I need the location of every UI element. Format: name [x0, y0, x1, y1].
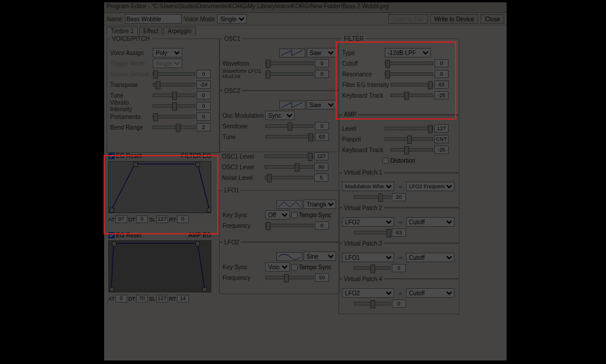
- filter-cutoff-slider[interactable]: [385, 62, 433, 65]
- vp4-amount-slider[interactable]: [354, 302, 391, 305]
- sine-wave-icon: [276, 252, 302, 261]
- amp-level-slider[interactable]: [385, 127, 433, 130]
- filter-group: FILTER Type-12dB LPF Cutoff0 Resonance0 …: [339, 38, 459, 115]
- write-to-device-button[interactable]: Write to Device: [430, 14, 479, 24]
- tab-timbre1[interactable]: Timbre 1: [107, 27, 138, 35]
- program-editor-window: Program Editor - *C:\Users\Studio\Docume…: [104, 2, 507, 360]
- arrow-icon: ⇒: [395, 290, 405, 297]
- vpatch4-group: Virtual Patch 4 LFO2⇒Cutoff 0: [339, 279, 459, 314]
- filter-eg-reset-checkbox[interactable]: [108, 153, 115, 159]
- vp3-dest-select[interactable]: Cutoff: [406, 253, 454, 262]
- osc1-wave-select[interactable]: Saw: [307, 48, 336, 57]
- vp3-amount-slider[interactable]: [354, 266, 391, 270]
- osc2-group: OSC2 Saw Osc ModulationSync Semitone0 Tu…: [219, 91, 340, 152]
- amp-eg-rt[interactable]: 14: [177, 295, 189, 302]
- voice-pitch-group: VOICE/PITCH Voice AssignPoly Trigger Mod…: [107, 38, 220, 153]
- lfo1-wave-select[interactable]: Triangle: [304, 199, 336, 209]
- osc2-tune-slider[interactable]: [265, 135, 314, 138]
- filter-type-select[interactable]: -12dB LPF: [385, 48, 431, 57]
- amp-kbtrack-slider[interactable]: [391, 148, 433, 152]
- amp-eg-dt[interactable]: 70: [136, 295, 148, 302]
- filter-eg-at[interactable]: 97: [115, 215, 127, 223]
- vpatch2-group: Virtual Patch 2 LFO2⇒Cutoff 63: [339, 208, 459, 243]
- tab-arpeggio[interactable]: Arpeggio: [163, 27, 195, 35]
- osc1-group: OSC1 Saw Waveform0 Waveform LFO1 Mod.Int…: [219, 38, 340, 91]
- unison-detune-slider: [153, 72, 195, 76]
- osc2-wave-select[interactable]: Saw: [307, 100, 336, 109]
- lfo1-group: LFO1 Triangle Key SyncOffTempo Sync Freq…: [219, 190, 340, 242]
- vp4-dest-select[interactable]: Cutoff: [406, 288, 454, 298]
- noise-level-slider[interactable]: [265, 176, 313, 179]
- lfo1-keysync-select[interactable]: Off: [265, 210, 290, 220]
- saw-wave-icon: [279, 49, 305, 57]
- vp3-source-select[interactable]: LFO1: [342, 253, 394, 262]
- vp1-dest-select[interactable]: LFO2 Frequenc: [406, 182, 454, 191]
- lfo2-frequency-slider[interactable]: [265, 276, 314, 279]
- triangle-wave-icon: [276, 200, 302, 209]
- osc1-waveform-slider[interactable]: [265, 62, 314, 65]
- vp1-amount-slider[interactable]: [354, 195, 391, 199]
- osc-modulation-select[interactable]: Sync: [265, 111, 295, 120]
- arrow-icon: ⇒: [395, 183, 405, 190]
- close-button[interactable]: Close: [481, 14, 504, 24]
- lfo1-frequency-slider[interactable]: [265, 224, 314, 227]
- voice-assign-select[interactable]: Poly: [153, 48, 182, 57]
- tab-effect[interactable]: Effect: [139, 27, 162, 35]
- trigger-mode-select: Single: [153, 59, 182, 68]
- osc2-level-slider[interactable]: [265, 165, 313, 169]
- toolbar: Name Voice Mode Single Save to File Writ…: [104, 13, 507, 25]
- amp-eg-reset-checkbox[interactable]: [108, 232, 115, 239]
- vp2-dest-select[interactable]: Cutoff: [406, 217, 454, 227]
- filter-eg-dt[interactable]: 0: [136, 215, 148, 223]
- vpatch1-group: Virtual Patch 1 Modulation Wheel⇒LFO2 Fr…: [339, 172, 459, 208]
- vibrato-slider[interactable]: [153, 104, 195, 108]
- transpose-slider[interactable]: [153, 83, 195, 86]
- tabs: Timbre 1 Effect Arpeggio: [104, 25, 507, 35]
- filter-eg-sl[interactable]: 127: [156, 215, 168, 223]
- amp-eg-group: EG Reset AMP EG AT0 DT70 SL127 RT14: [107, 231, 213, 305]
- amp-eg-sl[interactable]: 127: [156, 295, 168, 302]
- save-to-file-button[interactable]: Save to File: [388, 14, 428, 24]
- osc2-semitone-slider[interactable]: [265, 124, 314, 128]
- tune-slider[interactable]: [153, 94, 195, 97]
- osc1-level-slider[interactable]: [265, 154, 313, 158]
- lfo1-tempo-sync-checkbox[interactable]: [291, 212, 298, 218]
- mixer-group: OSC1 Level127 OSC2 Level80 Noise Level5: [219, 151, 339, 189]
- amp-eg-envelope-canvas[interactable]: [108, 240, 211, 292]
- filter-eg-envelope-canvas[interactable]: [108, 161, 211, 213]
- filter-resonance-slider[interactable]: [385, 72, 433, 76]
- voice-mode-label: Voice Mode: [184, 16, 215, 22]
- arrow-icon: ⇒: [395, 255, 405, 261]
- lfo2-group: LFO2 Sine Key SyncVoiceTempo Sync Freque…: [219, 242, 340, 294]
- portamento-slider[interactable]: [153, 115, 195, 118]
- vp1-source-select[interactable]: Modulation Wheel: [342, 182, 394, 191]
- amp-group: AMP Level127 PanpotCNT Keyboard Track-25…: [339, 114, 459, 173]
- arrow-icon: ⇒: [395, 219, 405, 226]
- filter-kbtrack-slider[interactable]: [391, 94, 433, 97]
- filter-eg-intensity-slider[interactable]: [391, 83, 433, 86]
- osc1-lfo1-mod-slider[interactable]: [265, 72, 314, 76]
- name-label: Name: [107, 16, 123, 22]
- window-title: Program Editor - *C:\Users\Studio\Docume…: [104, 2, 507, 13]
- amp-panpot-slider[interactable]: [385, 137, 433, 141]
- vp4-source-select[interactable]: LFO2: [342, 288, 394, 298]
- amp-eg-at[interactable]: 0: [115, 295, 127, 302]
- program-name-input[interactable]: [125, 14, 182, 24]
- filter-eg-group: EG Reset FILTER EG AT97 DT0 SL127 RT0: [107, 152, 213, 226]
- vp2-amount-slider[interactable]: [354, 231, 391, 234]
- vpatch3-group: Virtual Patch 3 LFO1⇒Cutoff 0: [339, 243, 459, 279]
- distortion-checkbox[interactable]: [382, 157, 389, 164]
- vp2-source-select[interactable]: LFO2: [342, 217, 394, 227]
- bend-range-slider[interactable]: [153, 125, 195, 129]
- voice-mode-select[interactable]: Single: [217, 14, 247, 24]
- lfo2-keysync-select[interactable]: Voice: [265, 262, 290, 272]
- saw-wave-icon: [279, 101, 305, 109]
- group-title: VOICE/PITCH: [110, 36, 152, 42]
- lfo2-tempo-sync-checkbox[interactable]: [291, 264, 298, 270]
- lfo2-wave-select[interactable]: Sine: [304, 252, 336, 261]
- filter-eg-rt[interactable]: 0: [177, 215, 189, 223]
